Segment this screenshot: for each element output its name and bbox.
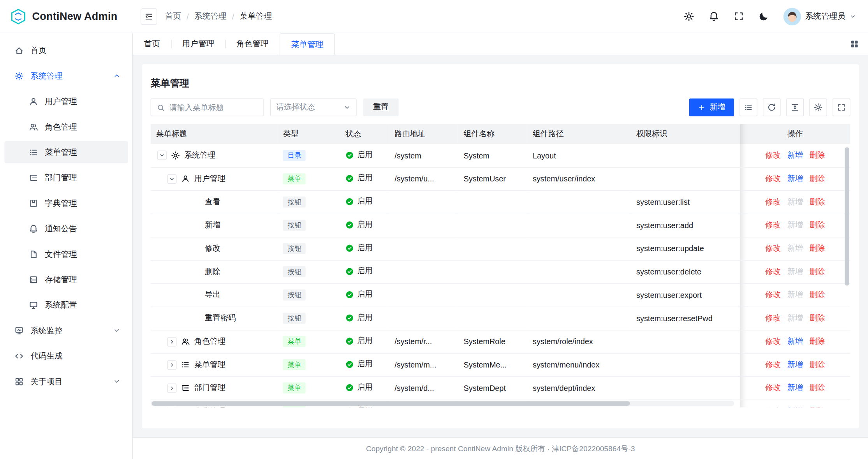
expand-row-icon[interactable]: [167, 406, 176, 407]
permission-cell: system:user:delete: [631, 260, 740, 283]
expand-row-icon[interactable]: [167, 337, 176, 346]
edit-link[interactable]: 修改: [765, 383, 781, 393]
delete-link[interactable]: 删除: [810, 383, 825, 393]
sidebar-item-home[interactable]: 首页: [4, 39, 128, 62]
menu-title: 新增: [205, 220, 220, 230]
delete-link[interactable]: 删除: [810, 267, 825, 277]
delete-link[interactable]: 删除: [810, 244, 825, 254]
ops-cell: 修改新增删除: [740, 283, 850, 307]
header-settings-icon[interactable]: [683, 11, 694, 21]
stripe-toggle-button[interactable]: [739, 98, 757, 116]
breadcrumb-item[interactable]: 首页: [165, 11, 181, 21]
sidebar-item-codegen[interactable]: 代码生成: [4, 345, 128, 367]
breadcrumb-item[interactable]: 菜单管理: [240, 11, 272, 21]
user-menu[interactable]: 系统管理员: [783, 7, 856, 25]
edit-link[interactable]: 修改: [765, 244, 781, 254]
table-fullscreen-button[interactable]: [833, 98, 850, 116]
sidebar-item-dept[interactable]: 部门管理: [4, 167, 128, 189]
sidebar-item-notice[interactable]: 通知公告: [4, 218, 128, 240]
header-notification-icon[interactable]: [708, 11, 719, 21]
edit-link[interactable]: 修改: [765, 313, 781, 324]
component-name-cell: SystemMe...: [458, 353, 527, 376]
route-cell: [389, 283, 458, 307]
status-indicator: 启用: [345, 243, 373, 253]
book-icon: [29, 199, 38, 208]
app-logo[interactable]: ContiNew Admin: [0, 0, 133, 33]
delete-link[interactable]: 删除: [810, 336, 825, 346]
status-cell: 启用: [340, 214, 389, 237]
add-link[interactable]: 新增: [787, 174, 803, 184]
permission-cell: [631, 376, 740, 400]
table-row: 查看按钮启用system:user:list修改新增删除: [151, 190, 850, 214]
delete-link[interactable]: 删除: [810, 290, 825, 300]
delete-link[interactable]: 删除: [810, 406, 825, 407]
delete-link[interactable]: 删除: [810, 220, 825, 230]
sidebar-item-user[interactable]: 用户管理: [4, 90, 128, 113]
sidebar-item-monitor[interactable]: 系统监控: [4, 319, 128, 341]
edit-link[interactable]: 修改: [765, 220, 781, 230]
horizontal-scrollbar-thumb[interactable]: [152, 401, 630, 406]
search-field[interactable]: [169, 103, 257, 112]
sidebar-item-role[interactable]: 角色管理: [4, 116, 128, 138]
add-link[interactable]: 新增: [787, 360, 803, 370]
status-cell: 启用: [340, 307, 389, 330]
add-link: 新增: [787, 267, 803, 277]
delete-link[interactable]: 删除: [810, 150, 825, 160]
table-body: 系统管理目录启用/systemSystemLayout修改新增删除用户管理菜单启…: [151, 144, 850, 408]
edit-link[interactable]: 修改: [765, 174, 781, 184]
row-height-button[interactable]: [786, 98, 804, 116]
tab-role[interactable]: 角色管理: [225, 33, 280, 55]
sidebar-item-about[interactable]: 关于项目: [4, 370, 128, 392]
add-link[interactable]: 新增: [787, 336, 803, 346]
edit-link[interactable]: 修改: [765, 406, 781, 407]
ops-cell: 修改新增删除: [740, 330, 850, 353]
delete-link[interactable]: 删除: [810, 313, 825, 324]
tab-menu[interactable]: 菜单管理: [280, 33, 335, 55]
expand-row-icon[interactable]: [167, 383, 176, 392]
add-link[interactable]: 新增: [787, 150, 803, 160]
sidebar-item-storage[interactable]: 存储管理: [4, 268, 128, 290]
refresh-button[interactable]: [763, 98, 780, 116]
collapse-row-icon[interactable]: [167, 174, 176, 183]
menu-title: 用户管理: [194, 174, 225, 184]
delete-link[interactable]: 删除: [810, 360, 825, 370]
header-fullscreen-icon[interactable]: [733, 11, 744, 21]
tab-user[interactable]: 用户管理: [171, 33, 225, 55]
edit-link[interactable]: 修改: [765, 290, 781, 300]
tab-list-icon[interactable]: [850, 39, 859, 49]
collapse-row-icon[interactable]: [157, 151, 167, 160]
edit-link[interactable]: 修改: [765, 336, 781, 346]
sidebar-item-menu[interactable]: 菜单管理: [4, 141, 128, 164]
header-theme-icon[interactable]: [758, 11, 769, 21]
expand-row-icon[interactable]: [167, 360, 176, 369]
breadcrumb-item[interactable]: 系统管理: [194, 11, 226, 21]
add-link[interactable]: 新增: [787, 406, 803, 407]
sidebar-item-file[interactable]: 文件管理: [4, 243, 128, 265]
search-input[interactable]: [151, 98, 264, 116]
column-settings-button[interactable]: [809, 98, 827, 116]
reset-button[interactable]: 重置: [363, 98, 399, 116]
edit-link[interactable]: 修改: [765, 197, 781, 207]
check-circle-icon: [345, 221, 354, 229]
sidebar-item-config[interactable]: 系统配置: [4, 294, 128, 316]
delete-link[interactable]: 删除: [810, 197, 825, 207]
menu-title: 菜单管理: [194, 360, 225, 370]
status-select[interactable]: 请选择状态: [270, 98, 357, 116]
status-label: 启用: [357, 243, 373, 253]
edit-link[interactable]: 修改: [765, 150, 781, 160]
delete-link[interactable]: 删除: [810, 174, 825, 184]
edit-link[interactable]: 修改: [765, 360, 781, 370]
route-cell: /system/u...: [389, 167, 458, 190]
permission-cell: system:user:update: [631, 237, 740, 260]
sidebar-collapse-button[interactable]: [141, 8, 157, 25]
edit-link[interactable]: 修改: [765, 267, 781, 277]
add-link[interactable]: 新增: [787, 383, 803, 393]
tab-home[interactable]: 首页: [133, 33, 171, 55]
horizontal-scrollbar[interactable]: [151, 401, 734, 406]
sidebar-item-label: 存储管理: [45, 274, 77, 285]
sidebar-item-system[interactable]: 系统管理: [4, 65, 128, 87]
add-button[interactable]: 新增: [689, 98, 734, 116]
ops-cell: 修改新增删除: [740, 237, 850, 260]
vertical-scrollbar-thumb[interactable]: [845, 147, 849, 285]
sidebar-item-dict[interactable]: 字典管理: [4, 192, 128, 214]
